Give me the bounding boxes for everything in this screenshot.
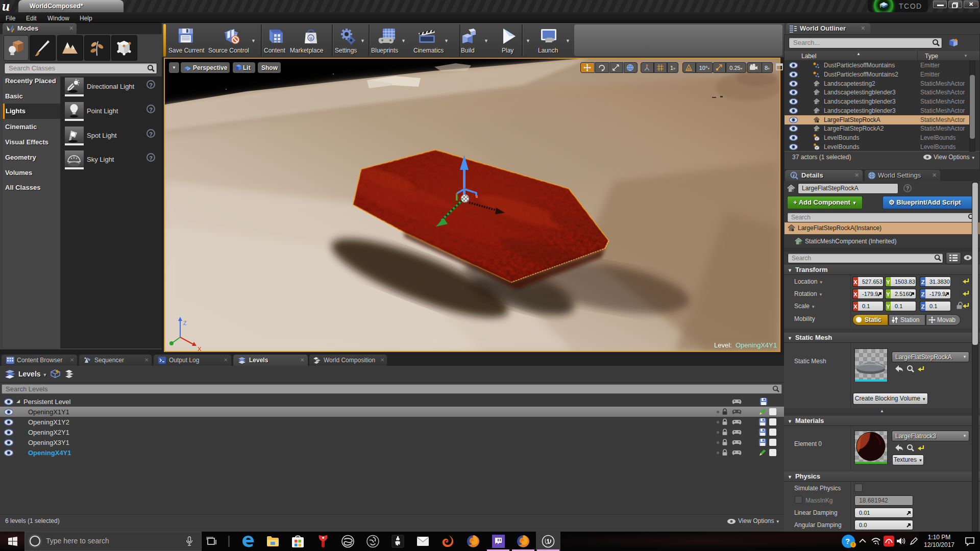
svg-text:Z: Z (183, 320, 187, 326)
svg-text:X: X (198, 346, 202, 351)
svg-text:Level:: Level: (714, 341, 732, 349)
svg-text:i: i (793, 173, 795, 178)
svg-text:OpeningX4Y1: OpeningX4Y1 (736, 341, 777, 349)
svg-text:u: u (309, 36, 312, 41)
